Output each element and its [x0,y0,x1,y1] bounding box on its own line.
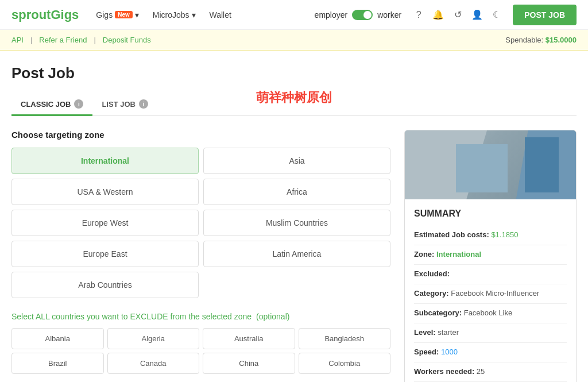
bell-icon[interactable]: 🔔 [430,7,446,23]
zone-international[interactable]: International [11,148,199,174]
logo-suffix: Gigs [51,7,79,22]
zone-grid: International Asia USA & Western Africa … [11,148,390,298]
summary-subcategory-label: Subcategory: Facebook Like [414,308,567,317]
summary-row-speed: Speed: 1000 [414,343,567,362]
summary-body: SUMMARY Estimated Job costs: $1.1850 Zon… [405,199,576,382]
main-content: Post Job CLASSIC JOB i LIST JOB i Choose… [0,51,588,382]
classic-job-info-icon[interactable]: i [74,99,83,109]
summary-level-label: Level: starter [414,328,567,337]
country-bangladesh[interactable]: Bangladesh [299,328,391,349]
zone-africa[interactable]: Africa [203,179,390,205]
api-link[interactable]: API [11,36,24,44]
deposit-funds-link[interactable]: Deposit Funds [103,36,151,44]
summary-category-label: Category: Facebook Micro-Influencer [414,289,567,298]
country-australia[interactable]: Australia [203,328,295,349]
sep2: | [94,36,95,44]
summary-row-workers: Workers needed: 25 [414,362,567,382]
summary-zone-value: International [436,250,481,258]
summary-row-excluded: Excluded: [414,265,567,284]
tab-classic-job[interactable]: CLASSIC JOB i [11,94,92,116]
country-grid: Albania Algeria Australia Bangladesh Bra… [11,328,390,374]
user-icon[interactable]: 👤 [469,7,485,23]
summary-category-value: Facebook Micro-Influencer [451,289,539,298]
zone-europe-west[interactable]: Europe West [11,210,199,236]
targeting-section-title: Choose targeting zone [11,130,390,140]
history-icon[interactable]: ↺ [450,7,466,23]
zone-asia[interactable]: Asia [203,148,390,174]
zone-latin-america[interactable]: Latin America [203,241,390,267]
tabs: CLASSIC JOB i LIST JOB i [11,94,577,116]
summary-excluded-label: Excluded: [414,269,567,278]
new-badge: New [115,11,133,18]
nav-gigs[interactable]: Gigs New ▾ [96,10,138,20]
exclude-optional: (optional) [256,312,289,321]
summary-speed-value: 1000 [441,348,458,356]
country-china[interactable]: China [203,353,295,374]
spendable: Spendable: $15.0000 [505,36,577,44]
list-job-info-icon[interactable]: i [139,99,148,109]
sep1: | [30,36,32,44]
left-panel: Choose targeting zone International Asia… [11,130,390,382]
summary-card: SUMMARY Estimated Job costs: $1.1850 Zon… [404,130,577,382]
country-algeria[interactable]: Algeria [107,328,200,349]
help-icon[interactable]: ? [411,7,427,23]
exclude-title: Select ALL countries you want to EXCLUDE… [11,312,390,321]
right-panel: SUMMARY Estimated Job costs: $1.1850 Zon… [404,130,577,382]
summary-level-value: starter [438,328,459,337]
country-brazil[interactable]: Brazil [11,353,104,374]
summary-row-cost: Estimated Job costs: $1.1850 [414,226,567,245]
page-title: Post Job [11,64,577,82]
nav-wallet[interactable]: Wallet [210,10,231,20]
summary-workers-label: Workers needed: 25 [414,367,567,376]
summary-subcategory-value: Facebook Like [464,308,513,317]
zone-usa-western[interactable]: USA & Western [11,179,199,205]
summary-cost-value: $1.1850 [491,230,518,239]
content-area: Choose targeting zone International Asia… [11,130,577,382]
nav-microjobs[interactable]: MicroJobs ▾ [153,10,196,20]
summary-row-level: Level: starter [414,323,567,343]
sub-header-links: API | Refer a Friend | Deposit Funds [11,36,151,44]
image-shape-4 [525,137,559,192]
summary-cost-label: Estimated Job costs: $1.1850 [414,230,567,239]
summary-speed-label: Speed: 1000 [414,348,567,356]
summary-title: SUMMARY [414,209,567,219]
image-shape-2 [456,144,507,192]
summary-image [405,130,576,199]
summary-row-zone: Zone: International [414,245,567,265]
summary-row-subcategory: Subcategory: Facebook Like [414,304,567,323]
chevron-down-icon: ▾ [135,10,139,20]
spendable-label: Spendable: [505,36,543,44]
employer-label: employer [315,10,348,20]
logo[interactable]: sproutGigs [11,7,79,22]
refer-friend-link[interactable]: Refer a Friend [39,36,87,44]
chevron-down-icon: ▾ [192,10,196,20]
country-canada[interactable]: Canada [107,353,200,374]
logo-prefix: sprout [11,7,51,22]
country-colombia[interactable]: Colombia [299,353,391,374]
theme-icon[interactable]: ☾ [489,7,505,23]
summary-workers-value: 25 [477,367,485,376]
mode-toggle[interactable] [352,10,373,20]
zone-muslim-countries[interactable]: Muslim Countries [203,210,390,236]
tab-list-job[interactable]: LIST JOB i [92,94,157,116]
summary-row-category: Category: Facebook Micro-Influencer [414,284,567,304]
country-albania[interactable]: Albania [11,328,104,349]
spendable-amount: $15.0000 [546,36,577,44]
header: sproutGigs Gigs New ▾ MicroJobs ▾ Wallet… [0,0,588,30]
sub-header: API | Refer a Friend | Deposit Funds Spe… [0,30,588,51]
zone-europe-east[interactable]: Europe East [11,241,199,267]
summary-zone-label: Zone: International [414,250,567,258]
employer-worker-toggle: employer worker [315,10,402,20]
zone-arab-countries[interactable]: Arab Countries [11,272,199,298]
post-job-button[interactable]: POST JOB [513,5,577,25]
worker-label: worker [377,10,401,20]
